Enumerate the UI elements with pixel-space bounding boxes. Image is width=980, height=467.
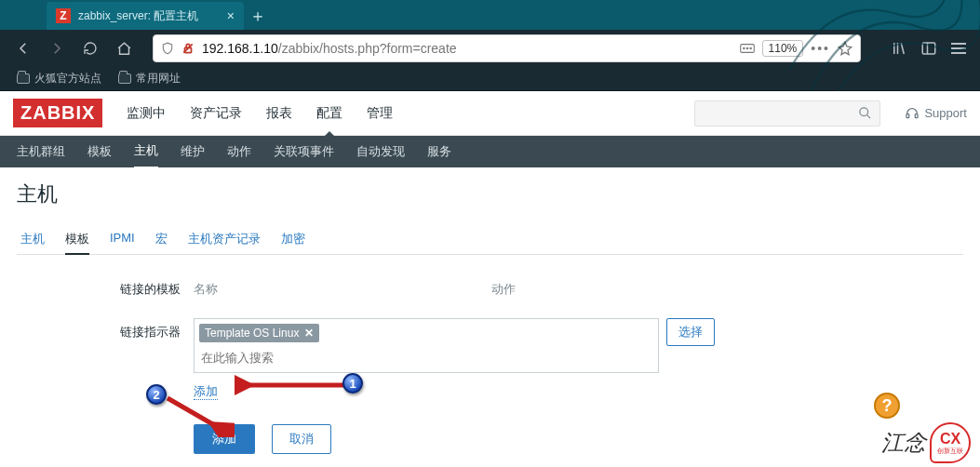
subnav-templates[interactable]: 模板 [87, 143, 112, 160]
inline-add-link[interactable]: 添加 [194, 384, 218, 400]
template-search-input[interactable] [199, 348, 653, 367]
bookmark-star-icon[interactable] [838, 41, 852, 56]
library-icon[interactable] [887, 36, 911, 60]
svg-point-3 [743, 47, 744, 48]
submit-button[interactable]: 添加 [194, 424, 255, 454]
subnav-services[interactable]: 服务 [427, 143, 451, 160]
zabbix-top-nav: ZABBIX 监测中 资产记录 报表 配置 管理 Support [0, 91, 980, 136]
reader-icon[interactable] [740, 43, 755, 54]
url-host: 192.168.1.10 [202, 41, 278, 56]
svg-point-4 [746, 47, 747, 48]
svg-rect-17 [916, 113, 919, 117]
menu-icon[interactable] [946, 36, 971, 60]
forward-button[interactable] [43, 34, 71, 62]
svg-rect-9 [922, 43, 935, 54]
bookmarks-bar: 火狐官方站点 常用网址 [0, 67, 980, 91]
nav-reports[interactable]: 报表 [266, 105, 292, 122]
zabbix-logo[interactable]: ZABBIX [13, 99, 102, 127]
browser-tab-strip: Z zabbix_server: 配置主机 × ＋ [0, 0, 980, 30]
subnav-hosts[interactable]: 主机 [134, 142, 158, 169]
tab-inventory[interactable]: 主机资产记录 [188, 225, 261, 254]
headset-icon [905, 106, 920, 121]
template-multiselect[interactable]: Template OS Linux ✕ [194, 318, 659, 373]
tab-templates[interactable]: 模板 [65, 225, 89, 255]
svg-rect-2 [740, 45, 754, 53]
svg-line-8 [901, 43, 904, 54]
nav-monitoring[interactable]: 监测中 [127, 105, 166, 122]
close-tab-icon[interactable]: × [227, 8, 235, 23]
reload-button[interactable] [76, 34, 104, 62]
svg-point-5 [749, 47, 750, 48]
support-link[interactable]: Support [905, 106, 967, 121]
nav-inventory[interactable]: 资产记录 [190, 105, 242, 122]
svg-point-14 [860, 108, 868, 116]
cancel-button[interactable]: 取消 [272, 424, 331, 454]
back-button[interactable] [9, 34, 37, 62]
home-button[interactable] [110, 34, 138, 62]
nav-administration[interactable]: 管理 [367, 105, 393, 122]
sidebar-toggle-icon[interactable] [917, 36, 941, 60]
shield-icon [161, 42, 174, 55]
tab-host[interactable]: 主机 [20, 225, 45, 254]
zoom-indicator[interactable]: 110% [762, 40, 804, 57]
browser-nav-bar: 192.168.1.10/zabbix/hosts.php?form=creat… [0, 30, 980, 67]
tab-ipmi[interactable]: IPMI [110, 225, 135, 254]
linked-templates-label: 链接的模板 [17, 275, 194, 298]
nav-configuration[interactable]: 配置 [316, 105, 342, 122]
linked-templates-header: 名称 动作 [194, 275, 752, 303]
tab-encryption[interactable]: 加密 [281, 225, 305, 254]
folder-icon [17, 73, 30, 84]
subnav-hostgroups[interactable]: 主机群组 [17, 143, 65, 160]
zabbix-sub-nav: 主机群组 模板 主机 维护 动作 关联项事件 自动发现 服务 [0, 136, 980, 167]
svg-rect-16 [906, 113, 909, 117]
subnav-discovery[interactable]: 自动发现 [356, 143, 405, 160]
search-icon [858, 106, 872, 120]
new-tab-button[interactable]: ＋ [244, 2, 272, 30]
link-selector-label: 链接指示器 [17, 318, 194, 340]
svg-line-15 [867, 114, 871, 118]
url-bar[interactable]: 192.168.1.10/zabbix/hosts.php?form=creat… [153, 34, 861, 62]
form-tabs: 主机 模板 IPMI 宏 主机资产记录 加密 [17, 225, 963, 255]
meatball-icon[interactable]: ••• [811, 41, 830, 56]
select-template-button[interactable]: 选择 [666, 318, 715, 346]
remove-tag-icon[interactable]: ✕ [304, 327, 314, 340]
bookmark-item[interactable]: 火狐官方站点 [17, 71, 101, 87]
url-path: /zabbix/hosts.php?form=create [278, 41, 457, 56]
page-content: ZABBIX 监测中 资产记录 报表 配置 管理 Support 主机群组 模板… [0, 91, 980, 467]
template-tag: Template OS Linux ✕ [199, 324, 319, 342]
browser-tab-active[interactable]: Z zabbix_server: 配置主机 × [47, 2, 244, 30]
subnav-actions[interactable]: 动作 [227, 143, 251, 160]
subnav-correlation[interactable]: 关联项事件 [274, 143, 334, 160]
page-title: 主机 [17, 180, 963, 208]
bookmark-item[interactable]: 常用网址 [118, 71, 181, 87]
zabbix-favicon: Z [56, 8, 71, 23]
global-search[interactable] [694, 100, 880, 127]
insecure-lock-icon [181, 42, 195, 55]
subnav-maintenance[interactable]: 维护 [181, 143, 205, 160]
watermark: 江念 CX 创新互联 [881, 422, 971, 463]
tab-title: zabbix_server: 配置主机 [78, 8, 220, 24]
tab-macros[interactable]: 宏 [155, 225, 168, 254]
folder-icon [118, 73, 131, 84]
